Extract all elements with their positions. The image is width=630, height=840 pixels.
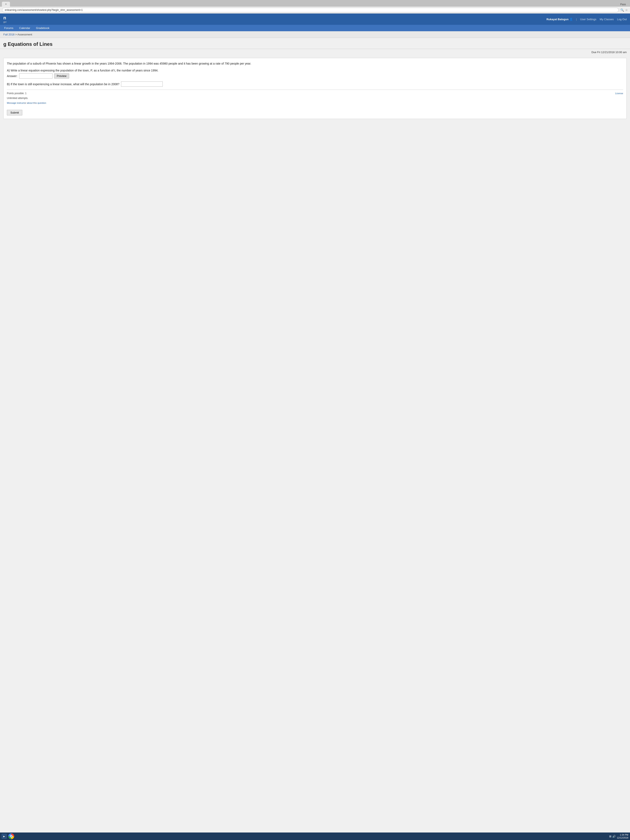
taskbar-icons: ⊞ 🔊 xyxy=(609,835,616,838)
page-content: n ger Rukayat Balogun 👤 | User Settings … xyxy=(0,14,630,837)
points-possible: Points possible: 1 xyxy=(7,92,46,95)
address-bar: enlearning.com/assessment/showtest.php?b… xyxy=(0,7,630,14)
taskbar-right: ⊞ 🔊 1:34 PM 12/12/2018 xyxy=(609,833,628,839)
search-icon[interactable]: 🔍 xyxy=(621,8,624,12)
breadcrumb-current: Assessment xyxy=(17,33,32,36)
answer-label: Answer: xyxy=(7,74,17,78)
log-out-link[interactable]: Log Out xyxy=(617,18,627,21)
breadcrumb: Fall 2018 > Assessment xyxy=(0,31,630,38)
answer-input-a[interactable] xyxy=(19,73,52,79)
taskbar-play-btn[interactable]: ▶ xyxy=(2,834,7,839)
submit-button[interactable]: Submit xyxy=(7,110,22,115)
gradebook-link[interactable]: Gradebook xyxy=(35,26,50,30)
license-link: License xyxy=(615,92,623,95)
tab-label: + xyxy=(5,3,7,6)
attempts: Unlimited attempts. xyxy=(7,96,46,100)
logo: n xyxy=(3,15,7,21)
chrome-icon[interactable] xyxy=(8,833,14,839)
taskbar: ▶ ⊞ 🔊 1:34 PM 12/12/2018 xyxy=(0,832,630,840)
taskbar-time-display: 1:34 PM 12/12/2018 xyxy=(617,833,628,839)
nav-left: n ger xyxy=(3,15,7,23)
part-a-label: A) Write a linear equation expressing th… xyxy=(7,69,623,72)
calendar-link[interactable]: Calendar xyxy=(18,26,31,30)
pass-text: Pass xyxy=(618,2,628,7)
nav-right: Rukayat Balogun 👤 | User Settings My Cla… xyxy=(546,18,627,21)
url-text: enlearning.com/assessment/showtest.php?b… xyxy=(5,8,83,11)
sub-nav: Forums Calendar Gradebook xyxy=(0,25,630,31)
answer-input-b[interactable] xyxy=(121,82,163,87)
user-name: Rukayat Balogun 👤 xyxy=(546,18,573,21)
star-icon[interactable]: ☆ xyxy=(625,8,628,12)
browser-chrome: + Pass enlearning.com/assessment/showtes… xyxy=(0,0,630,14)
points-license-row: Points possible: 1 Unlimited attempts. M… xyxy=(7,92,623,106)
taskbar-left: ▶ xyxy=(2,833,14,839)
license-anchor[interactable]: License xyxy=(615,92,623,95)
message-link: Message instructor about this question xyxy=(7,101,46,105)
user-icon: 👤 xyxy=(569,18,573,21)
preview-button[interactable]: Preview xyxy=(54,73,69,79)
answer-row-a: Answer: Preview xyxy=(7,73,623,79)
question-container: The population of a suburb of Phoenix ha… xyxy=(3,58,627,119)
part-b-text: B) If the town is still experiencing a l… xyxy=(7,82,119,86)
my-classes-link[interactable]: My Classes xyxy=(600,18,614,21)
logo-sub: ger xyxy=(3,21,7,23)
logo-container: n ger xyxy=(3,15,7,23)
nav-bar: n ger Rukayat Balogun 👤 | User Settings … xyxy=(0,14,630,25)
forums-link[interactable]: Forums xyxy=(3,26,14,30)
nav-divider1: | xyxy=(576,18,577,21)
clock-time: 1:34 PM xyxy=(617,833,628,836)
breadcrumb-separator: > xyxy=(15,33,17,36)
part-b-row: B) If the town is still experiencing a l… xyxy=(7,82,623,87)
address-icons: 🔍 ☆ xyxy=(621,8,628,12)
tab-bar: + Pass xyxy=(0,0,630,7)
question-text: The population of a suburb of Phoenix ha… xyxy=(7,62,623,66)
chrome-inner xyxy=(10,835,13,837)
points-info: Points possible: 1 Unlimited attempts. M… xyxy=(7,92,46,106)
clock-date: 12/12/2018 xyxy=(617,836,628,839)
user-settings-link[interactable]: User Settings xyxy=(580,18,597,21)
browser-tab[interactable]: + xyxy=(2,2,10,7)
breadcrumb-course[interactable]: Fall 2018 xyxy=(3,33,14,36)
url-input[interactable]: enlearning.com/assessment/showtest.php?b… xyxy=(2,8,619,12)
page-title: g Equations of Lines xyxy=(0,38,630,49)
due-date: Due Fri 12/21/2018 10:00 am xyxy=(0,49,630,55)
